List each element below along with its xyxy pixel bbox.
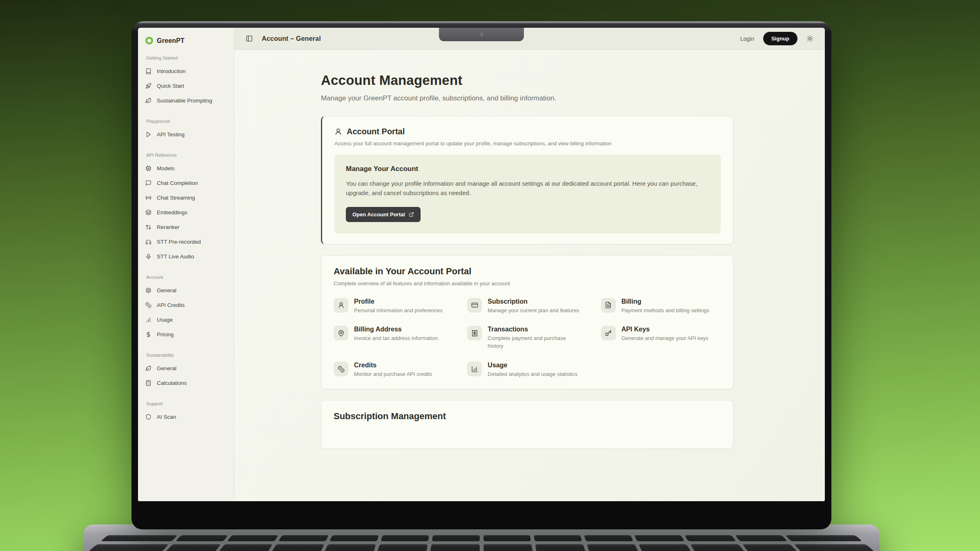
sidebar-item-account-general[interactable]: General: [145, 283, 227, 298]
panel-left-icon[interactable]: [246, 35, 253, 42]
gear-icon: [145, 287, 151, 293]
feature-title: Usage: [488, 362, 577, 369]
sidebar-section-playground: PlaygroundAPI Testing: [145, 119, 227, 142]
coins-icon: [338, 366, 345, 373]
sidebar-item-api-reference-chat-streaming[interactable]: Chat Streaming: [145, 190, 227, 205]
brand-name: GreenPT: [157, 37, 185, 44]
feature-item-profile: ProfilePersonal information and preferen…: [334, 298, 453, 315]
keyboard-key: [534, 535, 582, 541]
top-bar: Account – General Login Signup: [234, 28, 825, 50]
sidebar-section-api-reference: API ReferenceModelsChat CompletionChat S…: [145, 153, 227, 264]
sidebar-section-label: Sustainability: [146, 353, 227, 358]
open-account-portal-button[interactable]: Open Account Portal: [346, 207, 421, 222]
sidebar-item-api-reference-embeddings[interactable]: Embeddings: [145, 205, 227, 220]
sidebar-item-getting-started-introduction[interactable]: Introduction: [145, 64, 227, 78]
feature-icon-box: [334, 362, 348, 376]
sidebar-section-label: Getting Started: [146, 56, 227, 60]
dollar-icon: [145, 331, 151, 338]
feature-title: Credits: [354, 362, 432, 369]
file-text-icon: [605, 302, 612, 309]
keyboard-key: [735, 535, 788, 541]
sidebar-item-api-reference-reranker[interactable]: Reranker: [145, 220, 227, 234]
feature-title: Transactions: [488, 326, 581, 333]
leaf-icon: [145, 98, 151, 104]
feature-title: API Keys: [621, 326, 708, 333]
leaf-icon: [145, 365, 151, 371]
feature-item-credits: CreditsMonitor and purchase API credits: [334, 362, 453, 378]
message-square-icon: [145, 180, 151, 186]
keyboard-key: [270, 544, 325, 551]
keyboard-key: [227, 535, 278, 541]
sidebar-item-api-reference-stt-live-audio[interactable]: STT Live Audio: [145, 249, 227, 264]
credit-card-icon: [471, 302, 478, 309]
keyboard-key: [176, 535, 228, 541]
sidebar-section-getting-started: Getting StartedIntroductionQuick StartSu…: [145, 56, 227, 108]
sidebar-item-account-usage[interactable]: Usage: [145, 312, 227, 327]
sidebar-item-api-reference-models[interactable]: Models: [145, 161, 227, 176]
rocket-icon: [145, 83, 151, 89]
brand-logo[interactable]: GreenPT: [145, 37, 227, 44]
feature-description: Complete payment and purchase history: [488, 335, 581, 350]
main-area: Account Management Manage your GreenPT a…: [234, 50, 825, 501]
feature-description: Manage your current plan and features: [488, 307, 579, 315]
chart-column-icon: [471, 366, 478, 373]
layers-icon: [145, 209, 151, 216]
keyboard-key: [85, 544, 169, 551]
external-link-icon: [409, 212, 414, 217]
keyboard-key: [330, 535, 379, 541]
feature-icon-box: [334, 326, 348, 340]
feature-icon-box: [467, 362, 482, 376]
play-icon: [145, 131, 151, 138]
keyboard-key: [377, 544, 428, 551]
sidebar-item-label: Usage: [157, 317, 173, 323]
sidebar-item-label: Embeddings: [157, 209, 187, 216]
sidebar-item-sustainability-calculations[interactable]: Calculations: [145, 375, 227, 390]
feature-icon-box: [467, 326, 482, 340]
radio-icon: [145, 195, 151, 201]
sidebar-item-getting-started-quick-start[interactable]: Quick Start: [145, 78, 227, 93]
page-breadcrumb-title: Account – General: [262, 35, 321, 42]
feature-icon-box: [334, 298, 348, 313]
sidebar-item-api-reference-stt-pre-recorded[interactable]: STT Pre-recorded: [145, 234, 227, 249]
sidebar-item-account-api-credits[interactable]: API Credits: [145, 298, 227, 312]
sidebar-item-label: AI Scan: [157, 414, 176, 420]
feature-description: Personal information and preferences: [354, 307, 443, 315]
sidebar-section-label: API Reference: [146, 153, 227, 158]
shield-icon: [145, 414, 151, 420]
sidebar-section-label: Support: [146, 401, 227, 406]
laptop-mockup: GreenPT Getting StartedIntroductionQuick…: [131, 21, 831, 551]
sidebar-item-label: Chat Completion: [157, 180, 198, 186]
keyboard-key: [742, 544, 799, 551]
sidebar-item-label: API Testing: [157, 131, 185, 138]
sidebar-item-label: General: [157, 287, 176, 293]
greenpt-logo-icon: [145, 37, 153, 44]
feature-icon-box: [601, 298, 616, 313]
feature-description: Invoice and tax address information: [354, 335, 438, 342]
sidebar-item-label: STT Pre-recorded: [157, 239, 201, 245]
keyboard-key: [634, 535, 685, 541]
feature-description: Generate and manage your API keys: [621, 335, 708, 342]
sidebar-nav: Getting StartedIntroductionQuick StartSu…: [145, 56, 227, 424]
features-card: Available in Your Account Portal Complet…: [321, 255, 733, 389]
page-subtitle: Manage your GreenPT account profile, sub…: [321, 94, 733, 102]
sidebar-item-sustainability-general[interactable]: General: [145, 361, 227, 375]
sidebar-item-support-ai-scan[interactable]: AI Scan: [145, 409, 227, 424]
sidebar-item-getting-started-sustainable-prompting[interactable]: Sustainable Prompting: [145, 93, 227, 108]
sidebar-item-api-reference-chat-completion[interactable]: Chat Completion: [145, 176, 227, 190]
account-portal-card: Account Portal Access your full account …: [321, 116, 733, 244]
login-link[interactable]: Login: [740, 36, 754, 42]
sidebar-item-playground-api-testing[interactable]: API Testing: [145, 127, 227, 142]
signup-button[interactable]: Signup: [763, 32, 797, 45]
user-icon: [338, 302, 345, 309]
keyboard-key: [639, 544, 693, 551]
keyboard-key: [163, 544, 220, 551]
keyboard-key: [535, 544, 586, 551]
subscription-management-card: Subscription Management: [321, 400, 733, 449]
manage-account-body: You can change your profile information …: [346, 179, 705, 198]
sun-icon[interactable]: [806, 35, 813, 42]
sidebar-item-account-pricing[interactable]: Pricing: [145, 327, 227, 342]
features-title: Available in Your Account Portal: [334, 266, 721, 277]
headphones-icon: [145, 239, 151, 245]
keyboard-key: [430, 544, 479, 551]
camera-notch: [439, 28, 524, 41]
